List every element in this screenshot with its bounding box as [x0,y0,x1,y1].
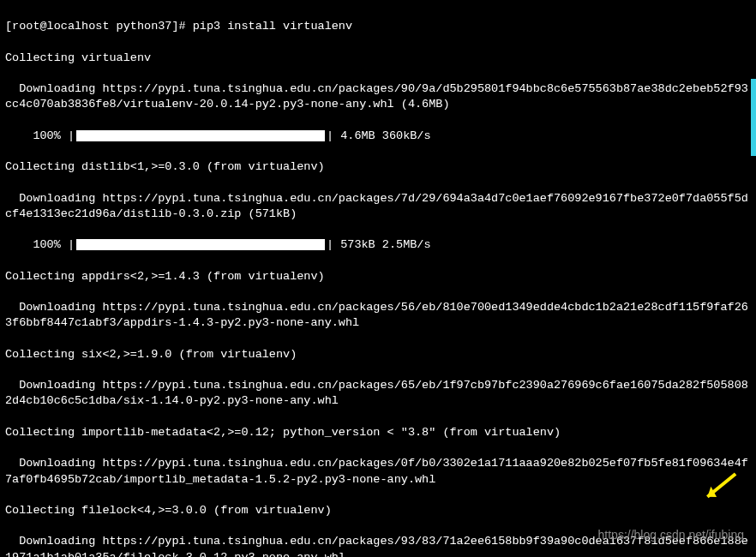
output-line: Downloading https://pypi.tuna.tsinghua.e… [5,81,751,112]
progress-stats: | 573kB 2.5MB/s [327,238,431,251]
command-text: pip3 install virtualenv [186,20,352,33]
output-line: Collecting virtualenv [5,51,751,66]
output-line: Collecting distlib<1,>=0.3.0 (from virtu… [5,159,751,175]
output-line: Collecting filelock<4,>=3.0.0 (from virt… [5,503,751,518]
output-line: Collecting appdirs<2,>=1.4.3 (from virtu… [5,269,751,284]
output-line: Collecting six<2,>=1.9.0 (from virtualen… [5,347,751,362]
progress-line: 100% || 4.6MB 360kB/s [5,129,751,144]
output-line: Downloading https://pypi.tuna.tsinghua.e… [5,456,751,487]
output-line: Downloading https://pypi.tuna.tsinghua.e… [5,378,751,409]
progress-line: 100% || 573kB 2.5MB/s [5,237,751,253]
progress-bar [76,239,325,250]
output-line: Collecting importlib-metadata<2,>=0.12; … [5,425,751,440]
shell-prompt: [root@localhost python37]# [5,20,186,33]
output-line: Downloading https://pypi.tuna.tsinghua.e… [5,191,751,222]
progress-percent: 100% | [5,129,75,142]
watermark-text: https://blog.csdn.net/ifubing [598,527,744,543]
terminal-output[interactable]: [root@localhost python37]# pip3 install … [5,3,751,557]
scrollbar-thumb[interactable] [751,79,756,156]
output-line: Downloading https://pypi.tuna.tsinghua.e… [5,300,751,331]
progress-stats: | 4.6MB 360kB/s [327,129,431,142]
progress-bar [76,130,325,141]
progress-percent: 100% | [5,238,75,251]
